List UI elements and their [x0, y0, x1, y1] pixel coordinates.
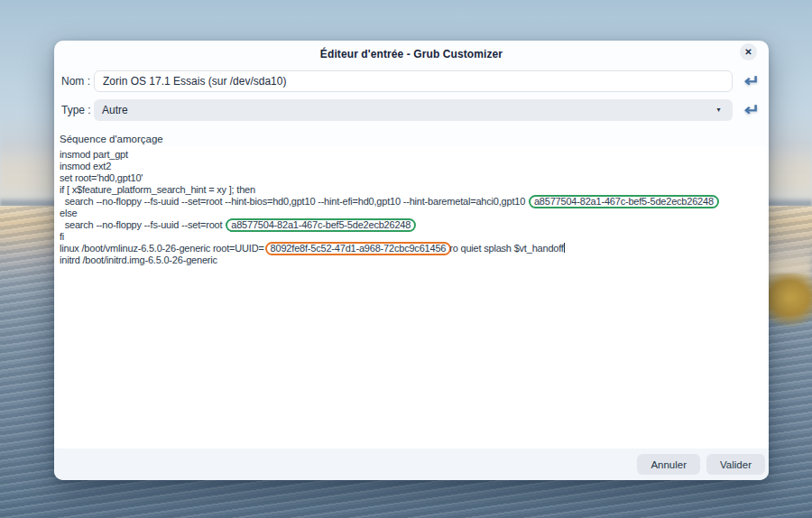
boot-line: initrd /boot/initrd.img-6.5.0-26-generic [60, 254, 766, 266]
boot-sequence-editor[interactable]: insmod part_gptinsmod ext2set root='hd0,… [57, 146, 766, 449]
type-apply-button[interactable]: ↵ [742, 100, 761, 120]
entry-editor-dialog: Éditeur d'entrée - Grub Customizer ✕ Nom… [54, 41, 769, 480]
close-icon: ✕ [744, 47, 752, 57]
type-label: Type : [61, 104, 94, 116]
uuid-highlight-orange: 8092fe8f-5c52-47d1-a968-72cbc9c61456 [265, 242, 452, 255]
boot-line: else [60, 208, 766, 219]
boot-line: insmod part_gpt [60, 149, 766, 161]
dialog-footer: Annuler Valider [54, 449, 769, 480]
name-input[interactable] [94, 70, 733, 92]
boot-text: set root='hd0,gpt10' [60, 172, 143, 183]
boot-line: search --no-floppy --fs-uuid --set=root … [60, 196, 766, 208]
boot-text: fi [60, 231, 64, 242]
boot-text: insmod ext2 [60, 161, 111, 171]
type-dropdown[interactable]: Autre ▾ [94, 99, 733, 121]
uuid-highlight-green: a8577504-82a1-467c-bef5-5de2ecb26248 [529, 195, 719, 208]
desktop-background: Éditeur d'entrée - Grub Customizer ✕ Nom… [0, 0, 812, 518]
boot-text: insmod part_gpt [60, 149, 128, 160]
return-arrow-icon: ↵ [744, 100, 760, 120]
close-button[interactable]: ✕ [740, 43, 757, 60]
boot-line: insmod ext2 [60, 161, 766, 172]
dialog-title: Éditeur d'entrée - Grub Customizer [54, 41, 769, 60]
type-row: Type : Autre ▾ ↵ [61, 99, 761, 121]
boot-text: else [60, 208, 77, 218]
name-label: Nom : [61, 75, 94, 88]
name-row: Nom : ↵ [61, 70, 761, 92]
boot-line: search --no-floppy --fs-uuid --set=root … [60, 219, 766, 231]
text-cursor [564, 243, 565, 253]
uuid-highlight-green: a8577504-82a1-467c-bef5-5de2ecb26248 [226, 218, 416, 232]
cancel-button[interactable]: Annuler [637, 454, 700, 475]
boot-text: search --no-floppy --fs-uuid --set=root … [60, 196, 528, 207]
boot-text: initrd /boot/initrd.img-6.5.0-26-generic [60, 254, 217, 265]
return-arrow-icon: ↵ [744, 71, 760, 91]
boot-text: if [ x$feature_platform_search_hint = xy… [60, 184, 255, 195]
boot-text: linux /boot/vmlinuz-6.5.0-26-generic roo… [60, 243, 264, 254]
boot-text: search --no-floppy --fs-uuid --set=root [60, 219, 225, 230]
chevron-down-icon: ▾ [716, 106, 720, 114]
boot-line: linux /boot/vmlinuz-6.5.0-26-generic roo… [60, 243, 766, 254]
confirm-button[interactable]: Valider [706, 454, 765, 475]
boot-line: set root='hd0,gpt10' [60, 172, 766, 184]
boot-sequence-label: Séquence d'amorçage [60, 134, 163, 144]
title-bar: Éditeur d'entrée - Grub Customizer ✕ [54, 41, 769, 66]
boot-text: ro quiet splash $vt_handoff [449, 243, 564, 254]
type-selected-value: Autre [102, 104, 128, 116]
name-apply-button[interactable]: ↵ [742, 71, 761, 91]
